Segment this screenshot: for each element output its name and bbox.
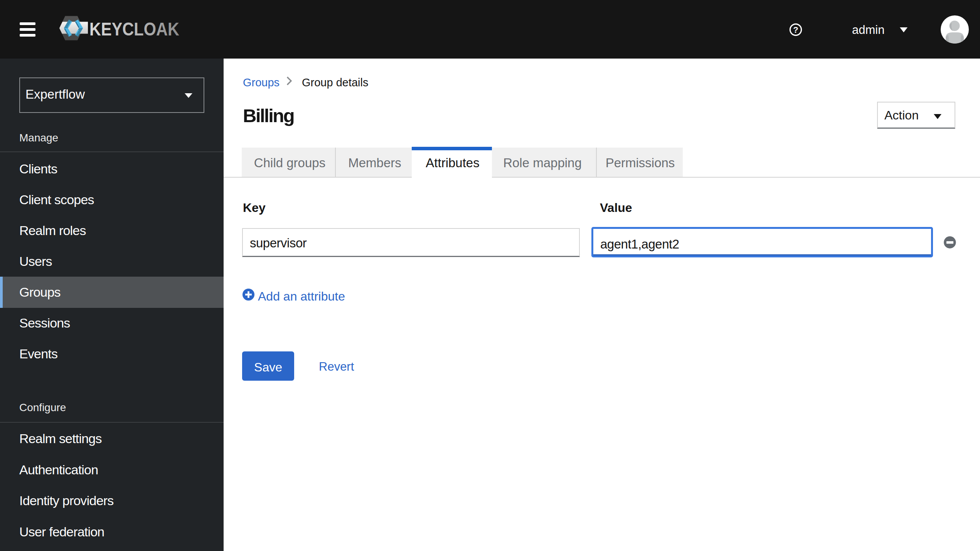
svg-text:?: ? bbox=[793, 25, 798, 35]
svg-text:KEYCLOAK: KEYCLOAK bbox=[89, 18, 179, 39]
